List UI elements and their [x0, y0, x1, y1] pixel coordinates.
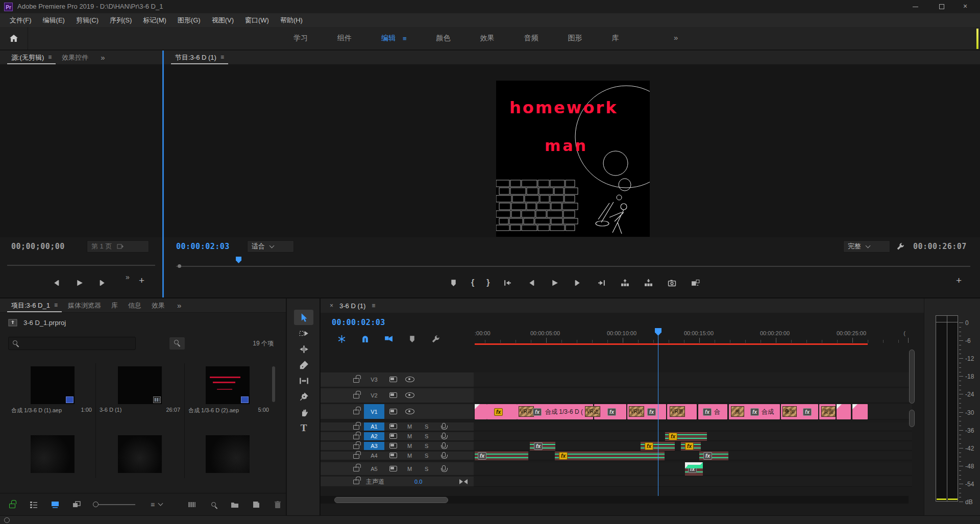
source-patch-icon[interactable] — [389, 377, 397, 382]
menu-item[interactable]: 序列(S) — [104, 13, 137, 27]
tabs-overflow-icon[interactable]: » — [101, 53, 105, 62]
solo-button[interactable]: S — [425, 433, 428, 439]
program-playhead-marker[interactable] — [236, 257, 241, 263]
time-ruler[interactable]: :00:0000:00:05:0000:00:10:0000:00:15:000… — [474, 329, 912, 343]
project-item-label[interactable]: 合成 1/3-6 D (1).aep1:00 — [11, 407, 92, 415]
program-video-frame[interactable]: homework man — [496, 81, 650, 237]
playback-resolution-select[interactable]: 完整 — [843, 240, 890, 253]
mute-button[interactable]: M — [407, 453, 412, 459]
master-lane[interactable] — [474, 477, 912, 487]
audio-clip-A4[interactable] — [555, 452, 665, 460]
slip-tool[interactable] — [294, 373, 313, 388]
source-patch-icon[interactable] — [389, 392, 397, 398]
voiceover-record-icon[interactable] — [442, 423, 446, 428]
project-item-thumbnail[interactable] — [118, 366, 162, 404]
project-item-thumbnail[interactable] — [31, 435, 75, 473]
track-lock-icon[interactable] — [353, 454, 359, 459]
program-timecode[interactable]: 00:00:02:03 — [176, 242, 230, 251]
play-button[interactable] — [549, 277, 560, 288]
audio-lane-A4[interactable] — [474, 452, 912, 460]
source-patch-icon[interactable] — [389, 433, 397, 439]
type-tool[interactable]: T — [294, 420, 313, 436]
minimize-button[interactable] — [903, 0, 927, 13]
freeform-view-button[interactable] — [71, 500, 82, 510]
track-target-button[interactable]: V3 — [364, 372, 384, 387]
program-scrub-bar[interactable] — [176, 266, 970, 267]
project-item-label[interactable]: 3-6 D (1)26:07 — [100, 407, 180, 415]
solo-button[interactable]: S — [425, 423, 428, 430]
menu-item[interactable]: 编辑(E) — [37, 13, 70, 27]
linked-selection-button[interactable] — [383, 333, 394, 344]
fx-badge[interactable]: fx — [478, 452, 486, 460]
pen-tool[interactable] — [294, 389, 313, 404]
step-back-button[interactable] — [525, 277, 536, 288]
master-volume-value[interactable]: 0.0 — [414, 479, 422, 485]
sequence-tab[interactable]: 3-6 D (1) — [339, 302, 365, 310]
menu-item[interactable]: 窗口(W) — [239, 13, 275, 27]
track-target-button[interactable]: V2 — [364, 388, 384, 403]
source-patch-icon[interactable] — [389, 423, 397, 429]
track-target-button[interactable]: A1 — [364, 422, 384, 431]
new-item-button[interactable] — [251, 500, 261, 510]
video-scrollbar[interactable] — [909, 350, 915, 404]
track-target-button[interactable]: V1 — [364, 404, 384, 419]
snap-button[interactable] — [359, 333, 371, 344]
go-to-in-button[interactable] — [502, 277, 513, 288]
track-lock-icon[interactable] — [353, 378, 359, 383]
source-patch-icon[interactable] — [389, 453, 397, 458]
track-target-button[interactable]: A2 — [364, 432, 384, 440]
source-patch-icon[interactable] — [389, 466, 397, 471]
source-button-editor[interactable]: + — [139, 275, 144, 286]
home-button[interactable] — [0, 27, 28, 49]
solo-button[interactable]: S — [425, 453, 428, 459]
extract-button[interactable] — [643, 277, 654, 288]
selection-tool[interactable] — [294, 310, 313, 325]
project-item-label[interactable]: 合成 1/3-6 D (2).aep5:00 — [188, 407, 269, 415]
export-frame-button[interactable] — [666, 277, 677, 288]
tab-库[interactable]: 库 — [106, 298, 123, 313]
workspace-tab-效果[interactable]: 效果 — [480, 34, 495, 43]
delete-button[interactable] — [273, 500, 283, 510]
workspace-tab-音频[interactable]: 音频 — [524, 34, 538, 43]
track-target-button[interactable]: A3 — [364, 442, 384, 450]
track-lock-icon[interactable] — [353, 480, 359, 484]
v1-clip[interactable] — [852, 404, 868, 419]
menu-item[interactable]: 帮助(H) — [275, 13, 308, 27]
track-select-forward-tool[interactable] — [294, 326, 313, 341]
mute-button[interactable]: M — [407, 423, 412, 430]
fx-badge[interactable]: fx — [750, 408, 759, 416]
toggle-track-output-icon[interactable] — [405, 392, 414, 398]
ripple-edit-tool[interactable] — [294, 341, 313, 357]
mute-button[interactable]: M — [407, 433, 412, 439]
panel-menu-icon[interactable]: ≡ — [220, 51, 224, 64]
icon-view-button[interactable] — [50, 500, 60, 510]
source-button-overflow[interactable]: » — [126, 273, 130, 281]
fx-badge[interactable]: fx — [533, 408, 542, 416]
menu-item[interactable]: 剪辑(C) — [70, 13, 104, 27]
voiceover-record-icon[interactable] — [442, 452, 446, 457]
track-target-button[interactable]: A5 — [364, 462, 384, 475]
toggle-track-output-icon[interactable] — [405, 409, 414, 414]
solo-button[interactable]: S — [425, 443, 428, 449]
zoom-slider[interactable] — [93, 502, 135, 507]
tab-媒体浏览器[interactable]: 媒体浏览器 — [63, 298, 106, 313]
new-bin-button[interactable] — [230, 500, 240, 510]
menu-item[interactable]: 文件(F) — [4, 13, 37, 27]
mark-in-button[interactable]: { — [471, 278, 474, 287]
fx-badge[interactable]: fx — [607, 408, 616, 416]
find-button[interactable] — [208, 500, 218, 510]
step-forward-button[interactable] — [572, 277, 583, 288]
source-patch-icon[interactable] — [389, 409, 397, 414]
workspace-tab-图形[interactable]: 图形 — [568, 34, 582, 43]
fx-badge-yellow[interactable]: fx — [494, 408, 503, 416]
project-item-thumbnail[interactable] — [206, 366, 250, 404]
insert-overwrite-sequence-button[interactable] — [336, 333, 347, 344]
project-scrollbar[interactable] — [272, 366, 275, 402]
fx-badge-yellow[interactable]: fx — [645, 442, 653, 450]
project-writable-icon[interactable] — [7, 500, 17, 510]
video-lane-V3[interactable] — [474, 372, 912, 387]
video-lane-V2[interactable] — [474, 388, 912, 403]
tab-效果[interactable]: 效果 — [146, 298, 170, 313]
go-to-out-button[interactable] — [596, 277, 607, 288]
fx-badge[interactable]: fx — [647, 408, 656, 416]
